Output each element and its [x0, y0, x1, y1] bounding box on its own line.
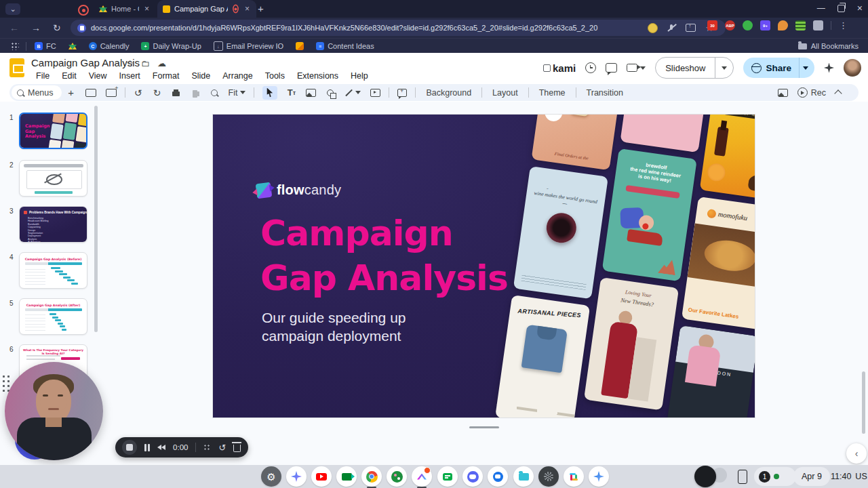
bookmark-drive[interactable]	[68, 43, 77, 49]
user-avatar[interactable]	[844, 59, 861, 77]
menu-extensions[interactable]: Extensions	[292, 70, 343, 81]
nine-plus-extension-icon[interactable]: 9+	[760, 20, 770, 30]
pause-recording-button[interactable]	[144, 444, 150, 451]
reward-icon[interactable]	[648, 23, 658, 33]
assistant-app-icon[interactable]	[286, 466, 307, 487]
comma-extension-icon[interactable]	[778, 20, 788, 30]
move-folder-icon[interactable]: 🗀	[141, 58, 150, 68]
insert-video-icon[interactable]	[370, 86, 380, 100]
url-field[interactable]: docs.google.com/presentation/d/1hdyjaR6W…	[71, 20, 726, 36]
forward-icon[interactable]: →	[31, 22, 41, 33]
menu-help[interactable]: Help	[346, 70, 373, 81]
menu-file[interactable]: File	[31, 70, 54, 81]
browser-menu-icon[interactable]: ⋮	[839, 20, 848, 30]
menu-insert[interactable]: Insert	[115, 70, 145, 81]
reload-icon[interactable]: ↻	[53, 22, 61, 33]
meet-app-icon[interactable]	[336, 466, 357, 487]
messages-app-icon[interactable]	[488, 466, 508, 487]
webcam-overlay[interactable]	[5, 362, 103, 460]
page-scrollbar[interactable]	[862, 371, 865, 434]
filmstrip-scrollbar[interactable]	[94, 106, 98, 332]
theme-button[interactable]: Theme	[532, 88, 572, 98]
document-title[interactable]: Campaign Gap Analysis	[31, 57, 140, 68]
chat-app-icon[interactable]	[437, 466, 458, 487]
search-menus-button[interactable]: Menus	[12, 85, 62, 100]
slideshow-dropdown[interactable]	[715, 58, 733, 78]
slide-thumbnail-4[interactable]: Campaign Gap Analysis (Before)	[19, 252, 87, 289]
slide-thumbnail-5[interactable]: Campaign Gap Analysis (After)	[19, 298, 87, 335]
slide-thumbnail-1[interactable]: Campaign Gap Analysis	[19, 113, 87, 149]
stop-recording-button[interactable]	[122, 440, 137, 455]
zoom-select[interactable]: Fit	[229, 86, 245, 100]
undo-icon[interactable]: ↺	[134, 86, 143, 100]
gemini-app-icon[interactable]	[589, 466, 609, 487]
slide-thumbnail-2[interactable]	[19, 160, 87, 197]
notes-divider-handle[interactable]	[469, 426, 499, 428]
paint-format-icon[interactable]	[191, 86, 200, 100]
menu-view[interactable]: View	[84, 70, 112, 81]
bookmark-fc[interactable]: B FC	[35, 42, 56, 50]
text-box-tool[interactable]: Tᴛ	[287, 86, 296, 100]
layout-button[interactable]: Layout	[486, 88, 525, 98]
green-extension-icon[interactable]	[743, 20, 753, 30]
slides-app-icon[interactable]	[9, 58, 24, 77]
dark-pattern-app-icon[interactable]	[538, 466, 559, 487]
menu-tools[interactable]: Tools	[260, 70, 290, 81]
chrome-app-icon[interactable]	[361, 466, 382, 487]
calendar-extension-icon[interactable]: 30	[707, 20, 717, 30]
redo-icon[interactable]: ↻	[153, 86, 162, 100]
new-slide-layout-icon[interactable]	[106, 86, 117, 100]
adblock-extension-icon[interactable]: ABP	[725, 20, 735, 30]
background-button[interactable]: Background	[419, 88, 478, 98]
bookmark-calendly[interactable]: C Calendly	[89, 42, 130, 50]
system-tray[interactable]: 11:40 US	[825, 467, 868, 486]
close-tab-icon[interactable]: ×	[143, 4, 151, 14]
extensions-puzzle-icon[interactable]	[813, 20, 823, 30]
new-tab-button[interactable]: +	[258, 3, 264, 14]
share-tab-icon[interactable]	[686, 24, 696, 32]
image-generate-icon[interactable]	[778, 89, 788, 97]
clickup-app-icon[interactable]	[412, 466, 432, 487]
zoom-icon[interactable]	[210, 86, 219, 100]
restart-recording-button[interactable]: ↺	[218, 443, 226, 452]
slide-title[interactable]: Campaign Gap Analysis	[260, 211, 508, 300]
menu-slide[interactable]: Slide	[186, 70, 215, 81]
version-history-icon[interactable]	[585, 62, 596, 73]
meet-camera-button[interactable]	[627, 64, 646, 72]
webcam-toggle-button[interactable]	[694, 466, 716, 487]
record-button[interactable]: Rec	[797, 87, 826, 98]
phone-hub-button[interactable]	[732, 466, 753, 487]
share-button[interactable]: Share	[743, 58, 814, 78]
rewind-button[interactable]	[157, 445, 165, 450]
comments-icon[interactable]	[606, 63, 617, 73]
back-icon[interactable]: ←	[9, 22, 19, 33]
insert-image-icon[interactable]	[306, 86, 316, 100]
new-slide-button[interactable]: +	[66, 86, 76, 100]
bookmark-content-ideas[interactable]: ≡ Content Ideas	[316, 42, 374, 50]
premium-sparkle-icon[interactable]	[824, 63, 834, 73]
slide-canvas[interactable]: LatteNirvana 15% OFF Final Orders at the…	[213, 115, 755, 418]
bookmark-daily-wrap-up[interactable]: + Daily Wrap-Up	[141, 42, 201, 50]
youtube-app-icon[interactable]	[311, 466, 332, 487]
share-dropdown[interactable]	[799, 58, 814, 78]
recorder-grip-icon[interactable]	[203, 444, 211, 451]
notification-counter[interactable]: 1	[754, 467, 796, 486]
slide-subtitle[interactable]: Our guide speeding up campaign deploymen…	[262, 308, 406, 345]
settings-app-icon[interactable]: ⚙	[261, 466, 281, 487]
collapse-widget-button[interactable]: ‹	[846, 443, 867, 464]
menu-format[interactable]: Format	[148, 70, 184, 81]
insert-line-icon[interactable]	[344, 86, 361, 100]
files-app-icon[interactable]	[513, 466, 534, 487]
menu-arrange[interactable]: Arrange	[218, 70, 257, 81]
tab-home-drive[interactable]: Home - Google Drive ×	[94, 0, 156, 18]
close-window-button[interactable]: ×	[857, 3, 863, 14]
transition-button[interactable]: Transition	[580, 88, 630, 98]
slide-layout-icon[interactable]	[85, 86, 96, 100]
discord-app-icon[interactable]	[462, 466, 483, 487]
menu-edit[interactable]: Edit	[57, 70, 81, 81]
select-tool[interactable]	[262, 86, 277, 100]
striped-extension-icon[interactable]	[795, 20, 806, 30]
insert-shape-icon[interactable]	[326, 86, 335, 100]
insert-comment-icon[interactable]	[397, 86, 407, 100]
delete-recording-button[interactable]	[233, 445, 241, 452]
